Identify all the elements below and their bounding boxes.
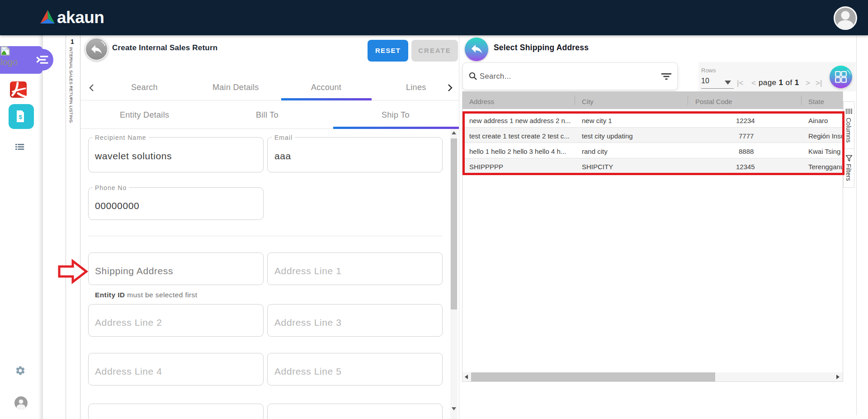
svg-text:$: $: [19, 114, 22, 120]
